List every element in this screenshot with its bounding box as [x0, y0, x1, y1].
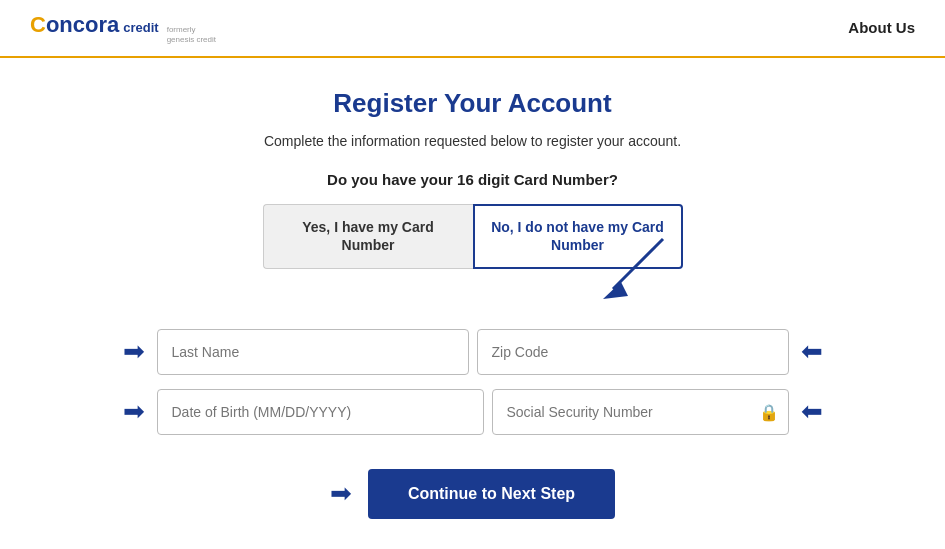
registration-form: ➡ ⬅ ➡ 🔒 ⬅: [123, 329, 823, 449]
input-group-1: [157, 329, 789, 375]
input-group-2: 🔒: [157, 389, 789, 435]
ssn-input-wrapper: 🔒: [492, 389, 789, 435]
lock-icon: 🔒: [759, 402, 779, 421]
ssn-input[interactable]: [492, 389, 789, 435]
diagonal-arrow: [583, 234, 673, 318]
form-row-2: ➡ 🔒 ⬅: [123, 389, 823, 435]
arrow-continue: ➡: [330, 478, 352, 509]
arrow-right-1: ⬅: [801, 336, 823, 367]
arrow-left-2: ➡: [123, 396, 145, 427]
continue-button[interactable]: Continue to Next Step: [368, 469, 615, 519]
page-header: Concora credit formerly genesis credit A…: [0, 0, 945, 58]
logo: Concora credit formerly genesis credit: [30, 12, 216, 44]
last-name-input[interactable]: [157, 329, 469, 375]
dob-input[interactable]: [157, 389, 484, 435]
page-title: Register Your Account: [333, 88, 611, 119]
about-us-link[interactable]: About Us: [848, 19, 915, 36]
main-content: Register Your Account Complete the infor…: [0, 58, 945, 538]
arrow-right-2: ⬅: [801, 396, 823, 427]
logo-concora: Concora: [30, 12, 119, 38]
logo-credit: credit: [123, 20, 158, 35]
subtitle: Complete the information requested below…: [264, 133, 681, 149]
zip-code-input[interactable]: [477, 329, 789, 375]
card-number-question: Do you have your 16 digit Card Number?: [327, 171, 618, 188]
yes-card-button[interactable]: Yes, I have my Card Number: [263, 204, 473, 268]
form-row-1: ➡ ⬅: [123, 329, 823, 375]
continue-row: ➡ Continue to Next Step: [330, 469, 615, 519]
main-nav: About Us: [848, 19, 915, 37]
arrow-left-1: ➡: [123, 336, 145, 367]
logo-formerly: formerly genesis credit: [167, 25, 216, 44]
svg-line-0: [613, 239, 663, 289]
